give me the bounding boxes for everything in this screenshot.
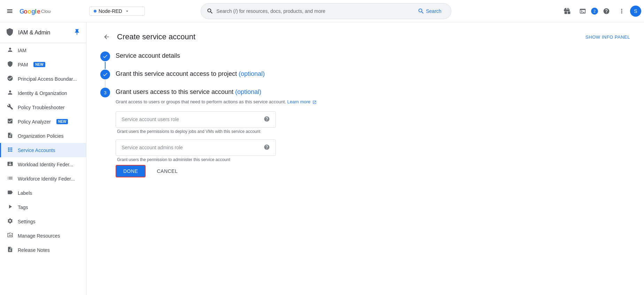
sidebar-label-workforce-identity: Workforce Identity Feder... xyxy=(18,176,75,182)
back-arrow-icon xyxy=(103,33,110,40)
pam-badge: NEW xyxy=(33,62,45,67)
briefcase-icon xyxy=(7,232,14,239)
list-check-icon xyxy=(7,118,14,125)
hamburger-menu[interactable] xyxy=(3,4,17,18)
sidebar-header: IAM & Admin xyxy=(0,22,86,43)
step-3-indicator: 3 xyxy=(100,88,110,186)
search-submit-icon xyxy=(418,8,425,15)
terminal-icon-button[interactable] xyxy=(576,4,590,18)
users-role-help-icon[interactable] xyxy=(264,116,270,123)
sidebar-item-manage-resources[interactable]: Manage Resources xyxy=(0,229,86,243)
sidebar-label-policy-troubleshooter: Policy Troubleshooter xyxy=(18,105,65,110)
sidebar-item-release-notes[interactable]: Release Notes xyxy=(0,243,86,257)
service-account-admins-role-group: Service account admins role Grant users … xyxy=(116,139,276,162)
pin-icon[interactable] xyxy=(73,29,80,37)
sidebar-label-tags: Tags xyxy=(18,205,28,210)
svg-text:o: o xyxy=(24,8,28,15)
sidebar-item-principal-access[interactable]: Principal Access Boundar... xyxy=(0,72,86,86)
id-card-icon xyxy=(7,161,14,168)
person-icon xyxy=(7,47,14,54)
step-2-indicator xyxy=(100,70,110,88)
step-1-title: Service account details xyxy=(116,51,630,59)
sidebar-item-org-policies[interactable]: Organization Policies xyxy=(0,129,86,143)
sidebar-title: IAM & Admin xyxy=(18,30,50,36)
show-info-panel-button[interactable]: SHOW INFO PANEL xyxy=(585,34,630,40)
step-1: Service account details xyxy=(100,51,630,70)
gear-icon xyxy=(7,218,14,225)
step-2-line xyxy=(105,80,106,87)
svg-text:l: l xyxy=(35,8,37,15)
project-selector[interactable]: Node-RED xyxy=(89,7,145,16)
sidebar-item-service-accounts[interactable]: Service Accounts xyxy=(0,143,86,157)
svg-text:e: e xyxy=(37,8,40,15)
step-2-content: Grant this service account access to pro… xyxy=(116,70,630,88)
step-2: Grant this service account access to pro… xyxy=(100,70,630,88)
step-3-content: Grant users access to this service accou… xyxy=(116,88,630,186)
sidebar-label-settings: Settings xyxy=(18,219,36,224)
svg-text:Cloud: Cloud xyxy=(41,9,51,14)
sidebar-item-workload-identity[interactable]: Workload Identity Feder... xyxy=(0,157,86,172)
google-cloud-logo: G o o g l e Cloud xyxy=(20,6,51,16)
doc-text-icon xyxy=(7,246,14,254)
page-header: Create service account SHOW INFO PANEL xyxy=(100,31,630,43)
gift-icon-button[interactable] xyxy=(560,4,574,18)
gift-icon xyxy=(564,8,571,15)
step-1-line xyxy=(105,62,106,69)
top-bar-right: 2 S xyxy=(560,4,641,18)
sidebar-item-settings[interactable]: Settings xyxy=(0,214,86,229)
service-account-admins-role-input[interactable]: Service account admins role xyxy=(116,139,276,156)
step-1-indicator xyxy=(100,51,110,70)
sidebar-item-policy-analyzer[interactable]: Policy Analyzer NEW xyxy=(0,114,86,129)
sidebar-item-workforce-identity[interactable]: Workforce Identity Feder... xyxy=(0,172,86,186)
shield-icon xyxy=(7,61,14,68)
notification-badge[interactable]: 2 xyxy=(591,8,598,15)
admins-role-help-icon[interactable] xyxy=(264,144,270,151)
step-2-circle xyxy=(100,70,110,79)
users-role-placeholder: Service account users role xyxy=(122,117,261,122)
step-3-title: Grant users access to this service accou… xyxy=(116,88,630,96)
sidebar-item-labels[interactable]: Labels xyxy=(0,186,86,200)
search-label: Search xyxy=(426,8,441,14)
search-bar[interactable]: Search (/) for resources, docs, products… xyxy=(201,3,451,19)
sidebar-label-policy-analyzer: Policy Analyzer xyxy=(18,119,51,125)
sidebar-label-release-notes: Release Notes xyxy=(18,247,50,253)
done-button[interactable]: DONE xyxy=(116,165,146,177)
admins-role-placeholder: Service account admins role xyxy=(122,145,261,150)
stepper: Service account details Grant this servi… xyxy=(100,51,630,186)
help-icon xyxy=(603,8,610,15)
search-icon xyxy=(207,8,214,15)
sidebar: IAM & Admin IAM PAM NEW Principal Access… xyxy=(0,22,86,295)
external-link-icon xyxy=(312,100,317,104)
step-1-circle xyxy=(100,51,110,61)
project-dot xyxy=(94,10,96,13)
iam-shield-icon xyxy=(6,28,14,37)
list-icon xyxy=(7,175,14,182)
help-icon-button[interactable] xyxy=(599,4,613,18)
action-buttons: DONE CANCEL xyxy=(116,165,630,177)
search-button[interactable]: Search xyxy=(413,6,445,16)
learn-more-link[interactable]: Learn more xyxy=(287,99,317,104)
sidebar-item-policy-troubleshooter[interactable]: Policy Troubleshooter xyxy=(0,100,86,114)
person-circle-icon xyxy=(7,89,14,97)
top-bar-left: G o o g l e Cloud xyxy=(3,4,86,18)
tag-icon xyxy=(7,189,14,197)
check-icon-1 xyxy=(102,54,108,59)
sidebar-label-manage-resources: Manage Resources xyxy=(18,233,60,239)
cancel-button[interactable]: CANCEL xyxy=(151,166,183,177)
avatar[interactable]: S xyxy=(630,6,641,17)
step-3: 3 Grant users access to this service acc… xyxy=(100,88,630,186)
back-button[interactable] xyxy=(100,31,113,43)
sidebar-label-pam: PAM xyxy=(18,62,28,67)
users-role-hint: Grant users the permissions to deploy jo… xyxy=(116,129,276,134)
sidebar-item-tags[interactable]: Tags xyxy=(0,200,86,214)
more-options-button[interactable] xyxy=(615,4,629,18)
sidebar-item-pam[interactable]: PAM NEW xyxy=(0,57,86,72)
terminal-icon xyxy=(579,8,586,15)
more-vert-icon xyxy=(618,8,625,15)
service-account-users-role-input[interactable]: Service account users role xyxy=(116,111,276,128)
sidebar-item-identity-org[interactable]: Identity & Organization xyxy=(0,86,86,100)
check-icon-2 xyxy=(102,72,108,77)
sidebar-label-labels: Labels xyxy=(18,190,32,196)
sidebar-item-iam[interactable]: IAM xyxy=(0,43,86,57)
sidebar-label-principal-access: Principal Access Boundar... xyxy=(18,76,77,82)
